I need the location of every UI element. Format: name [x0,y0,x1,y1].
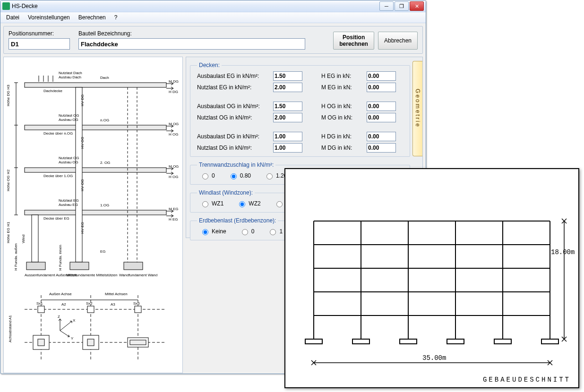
svg-rect-41 [130,340,146,345]
svg-rect-39 [87,339,94,346]
svg-text:Wind: Wind [21,235,26,243]
decken-group: Decken: Ausbaulast EG in kN/m²: H EG in … [190,62,410,157]
svg-text:H EG: H EG [169,217,178,222]
close-button[interactable]: ✕ [410,1,424,11]
svg-text:Decke über EG: Decke über EG [43,216,69,221]
geometrie-tab-label: Geometrie [414,89,421,128]
svg-text:Wandfundament  Wand: Wandfundament Wand [119,273,157,277]
desc-label: Bauteil Bezeichnung: [78,30,305,37]
trennwand-opt-0[interactable]: 0 [200,172,215,179]
svg-text:Y: Y [71,336,74,341]
svg-text:M OG: M OG [169,164,179,169]
erdbeben-0[interactable]: 0 [240,228,255,235]
wind-wz2[interactable]: WZ2 [237,200,260,207]
meg-input[interactable] [367,83,396,92]
svg-text:H OG: H OG [169,175,178,179]
svg-line-46 [60,331,69,337]
svg-text:Höhe EG  H1: Höhe EG H1 [6,222,10,243]
titlebar: HS-Decke ─ ❐ ✕ [0,0,426,12]
cad-title: GEBAEUDESCHNITT [483,376,571,383]
geometrie-tab[interactable]: Geometrie [412,61,422,156]
svg-text:1.OG: 1.OG [100,203,109,207]
menu-voreinstellungen[interactable]: Voreinstellungen [25,13,73,22]
heg-input[interactable] [367,71,396,81]
mog-label: M OG in kN: [321,114,364,121]
svg-text:H DG: H DG [169,90,178,94]
desc-input[interactable] [78,38,305,50]
dg-ausbau-input[interactable] [273,132,302,141]
og-nutz-input[interactable] [273,113,302,122]
hdg-input[interactable] [367,132,396,141]
dg-nutz-input[interactable] [273,143,302,153]
meg-label: M EG in kN: [321,84,364,91]
svg-rect-0 [25,83,166,87]
pos-input[interactable] [9,38,70,50]
og-ausbau-input[interactable] [273,102,302,111]
mdg-input[interactable] [367,143,396,153]
svg-text:Z: Z [58,315,60,319]
svg-text:2. OG: 2. OG [100,161,110,165]
trennwand-opt-120[interactable]: 1.20 [264,172,287,179]
svg-rect-9 [70,262,89,270]
svg-text:H Funda.  außen: H Funda. außen [14,243,18,271]
menu-help[interactable]: ? [112,13,120,22]
svg-text:Mittel Achsen: Mittel Achsen [105,292,128,296]
eg-ausbau-input[interactable] [273,71,302,81]
svg-text:Ausbau Dach: Ausbau Dach [59,75,81,79]
erdbeben-1[interactable]: 1 [267,228,283,235]
mdg-label: M DG in kN: [321,145,364,151]
svg-text:Höhe DG  H3: Höhe DG H3 [6,85,10,106]
wind-wz1[interactable]: WZ1 [200,200,223,207]
menu-datei[interactable]: Datei [3,13,22,22]
svg-text:Sx3: Sx3 [133,301,140,306]
svg-text:Mittelfundamente  Mittelstütze: Mittelfundamente Mittelstützen [66,273,118,277]
svg-text:M OG: M OG [169,122,179,126]
eg-nutz-label: Nutzlast EG in kN/m²: [197,84,270,91]
svg-text:HV OG: HV OG [80,179,85,191]
svg-text:Ausbau OG: Ausbau OG [59,118,78,122]
svg-rect-34 [87,306,94,313]
eg-nutz-input[interactable] [273,83,302,92]
hog-input[interactable] [367,102,396,111]
menu-berechnen[interactable]: Berechnen [76,13,109,22]
heg-label: H EG in kN: [321,73,364,79]
svg-text:Ausbau OG: Ausbau OG [59,160,78,164]
svg-text:HV DG: HV DG [80,94,85,106]
svg-text:H Funda.  innen: H Funda. innen [58,245,62,271]
svg-text:Nutzlast OG: Nutzlast OG [59,113,79,118]
cad-svg: 35.00m 18.00m [285,169,578,387]
svg-rect-109 [400,339,417,344]
calc-button-line2: berechnen [339,41,368,47]
calc-button[interactable]: Position berechnen [333,32,374,50]
svg-rect-8 [26,262,45,270]
maximize-button[interactable]: ❐ [395,1,409,11]
top-panel: Positionsnummer: Bauteil Bezeichnung: Po… [3,26,423,54]
svg-rect-33 [38,306,44,313]
svg-rect-35 [135,306,141,313]
cad-width-label: 35.00m [422,354,446,362]
svg-text:M DG: M DG [169,79,179,84]
svg-text:A2: A2 [61,302,66,307]
svg-rect-1 [25,125,166,130]
svg-rect-112 [541,339,558,344]
trennwand-opt-080[interactable]: 0.80 [228,172,251,179]
minimize-button[interactable]: ─ [379,1,394,11]
svg-rect-107 [305,339,322,344]
svg-text:Dach: Dach [100,76,109,80]
svg-rect-10 [124,262,143,270]
decken-legend: Decken: [197,62,222,68]
mog-input[interactable] [367,113,396,122]
svg-text:X: X [73,318,76,323]
trennwand-legend: Trennwandzuschlag in kN/m²: [197,162,275,168]
svg-rect-4 [32,215,38,262]
svg-rect-111 [494,339,511,344]
eg-ausbau-label: Ausbaulast EG in kN/m²: [197,73,270,79]
cad-window: 35.00m 18.00m GEBAEUDESCHNITT [284,168,579,388]
erdbeben-keine[interactable]: Keine [200,228,226,235]
hog-label: H OG in kN: [321,103,364,110]
svg-text:Ausbau EG: Ausbau EG [59,203,78,207]
svg-text:M EG: M EG [169,207,178,211]
cancel-button[interactable]: Abbrechen [378,32,418,50]
hdg-label: H DG in kN: [321,133,364,140]
windlast-legend: Windlast (Windzone): [197,189,255,196]
